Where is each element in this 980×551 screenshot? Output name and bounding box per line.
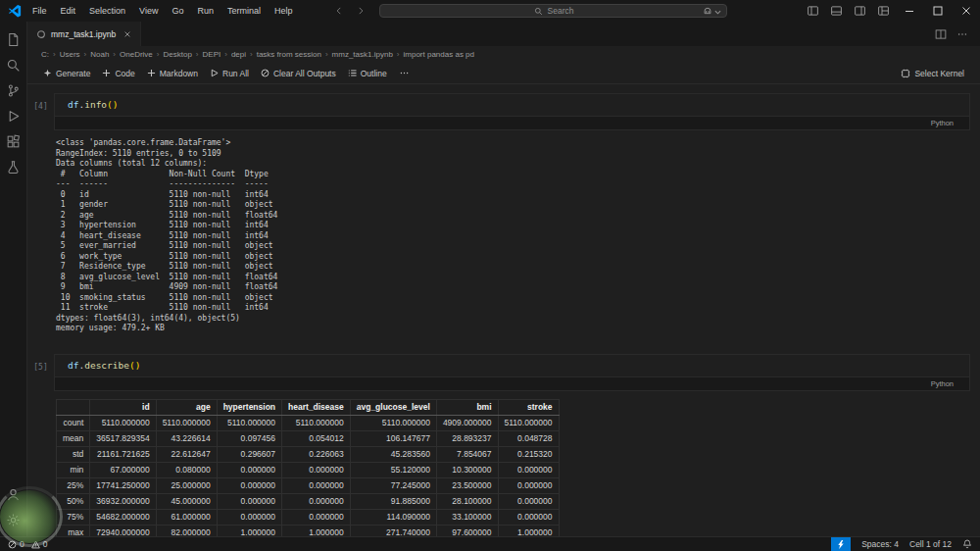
code-brackets: () [129, 360, 140, 371]
row-label: mean [57, 430, 90, 446]
tab-bar: mmz_task1.ipynb [27, 22, 980, 46]
toggle-secondary-sidebar-icon[interactable] [848, 0, 871, 22]
cell-language-picker[interactable]: Python [931, 119, 954, 127]
menu-help[interactable]: Help [268, 0, 300, 22]
menu-terminal[interactable]: Terminal [220, 0, 268, 22]
problems-indicator[interactable]: 0 0 [8, 539, 47, 549]
column-header-index [57, 399, 90, 415]
tab-mmz-task1[interactable]: mmz_task1.ipynb [27, 22, 141, 46]
menu-go[interactable]: Go [165, 0, 190, 22]
vscode-window: FileEditSelectionViewGoRunTerminalHelp S… [0, 0, 980, 551]
table-cell: 55.120000 [350, 462, 436, 477]
breadcrumb-item[interactable]: OneDrive [120, 50, 153, 59]
testing-icon[interactable] [0, 154, 27, 179]
breadcrumb-separator: › [224, 50, 227, 59]
notebook-editor: [4] df.info() Python <class 'pandas.core… [27, 84, 980, 536]
command-center-search[interactable]: Search [379, 4, 727, 18]
cell-language-picker[interactable]: Python [931, 379, 954, 388]
breadcrumb-item[interactable]: C: [41, 50, 49, 59]
back-arrow-icon[interactable] [334, 6, 344, 16]
chevron-down-icon[interactable] [714, 9, 721, 16]
breadcrumb-item[interactable]: DEPI [203, 50, 221, 59]
breadcrumb-item[interactable]: Users [60, 50, 80, 59]
clear-all-outputs-button[interactable]: Clear All Outputs [255, 63, 342, 83]
menu-edit[interactable]: Edit [54, 0, 83, 22]
table-cell: 61.000000 [156, 509, 217, 525]
breadcrumb-item[interactable]: depi [231, 50, 246, 59]
breadcrumb-item[interactable]: Desktop [164, 50, 192, 59]
column-header-stroke: stroke [498, 399, 559, 415]
search-icon [534, 7, 543, 16]
source-control-icon[interactable] [0, 77, 27, 103]
settings-gear-icon[interactable] [0, 507, 27, 532]
menu-run[interactable]: Run [190, 0, 220, 22]
table-cell: 5110.000000 [350, 415, 436, 430]
table-row: 50%36932.00000045.0000000.0000000.000000… [57, 493, 560, 509]
customize-layout-icon[interactable] [871, 0, 895, 22]
code-variable: df [68, 360, 78, 371]
generate-button[interactable]: Generate [37, 63, 96, 83]
menu-view[interactable]: View [132, 0, 165, 22]
row-label: 75% [57, 509, 90, 525]
explorer-icon[interactable] [0, 26, 27, 52]
editor-more-actions-icon[interactable] [956, 28, 968, 40]
menu-file[interactable]: File [25, 0, 54, 22]
cell-code-editor[interactable]: df.describe() [54, 354, 970, 377]
column-header-heart_disease: heart_disease [282, 399, 351, 415]
table-cell: 4909.000000 [436, 415, 498, 430]
split-editor-icon[interactable] [935, 28, 947, 40]
kernel-status-badge[interactable] [831, 537, 851, 551]
table-cell: 0.000000 [217, 493, 281, 509]
search-placeholder: Search [548, 6, 574, 16]
cell-code-editor[interactable]: df.info() [54, 93, 970, 117]
column-header-age: age [156, 399, 217, 415]
minimize-button[interactable] [895, 0, 923, 22]
table-row: count5110.0000005110.0000005110.00000051… [57, 415, 560, 430]
close-window-button[interactable] [952, 0, 980, 22]
row-label: 25% [57, 477, 90, 493]
cell-position-indicator[interactable]: Cell 1 of 12 [909, 539, 952, 549]
cell-gutter: [4] [27, 93, 54, 334]
breadcrumb-separator: › [196, 50, 199, 59]
breadcrumb-item[interactable]: Noah [90, 50, 109, 59]
add-code-cell-button[interactable]: Code [96, 63, 140, 83]
tab-close-icon[interactable] [123, 30, 131, 38]
execution-count: [5] [33, 363, 47, 372]
table-cell: 45.283560 [350, 446, 436, 462]
toggle-panel-icon[interactable] [824, 0, 848, 22]
table-cell: 114.090000 [350, 509, 436, 525]
notifications-bell-icon[interactable] [962, 539, 972, 549]
select-kernel-button[interactable]: Select Kernel [895, 69, 970, 78]
outline-button[interactable]: Outline [342, 63, 393, 83]
tab-label: mmz_task1.ipynb [51, 29, 116, 39]
table-cell: 97.600000 [436, 525, 498, 536]
search-sidebar-icon[interactable] [0, 52, 27, 77]
extensions-icon[interactable] [0, 128, 27, 154]
add-markdown-cell-button[interactable]: Markdown [141, 63, 204, 83]
breadcrumb-item[interactable]: tasks from session [257, 50, 321, 59]
activity-bar [0, 22, 27, 536]
table-cell: 0.226063 [282, 446, 351, 462]
execution-count: [4] [33, 102, 47, 111]
breadcrumb-item[interactable]: import pandas as pd [404, 50, 475, 59]
indent-indicator[interactable]: Spaces: 4 [861, 539, 899, 549]
table-cell: 0.000000 [282, 462, 351, 477]
run-and-debug-icon[interactable] [0, 103, 27, 128]
accounts-icon[interactable] [0, 481, 27, 507]
run-all-button[interactable]: Run All [204, 63, 255, 83]
table-cell: 0.000000 [217, 462, 281, 477]
table-cell: 21161.721625 [90, 446, 156, 462]
table-cell: 28.893237 [436, 430, 498, 446]
maximize-button[interactable] [923, 0, 952, 22]
menu-selection[interactable]: Selection [82, 0, 132, 22]
table-cell: 1.000000 [282, 525, 351, 536]
warning-icon [31, 540, 40, 549]
toggle-sidebar-icon[interactable] [801, 0, 824, 22]
breadcrumb-item[interactable]: mmz_task1.ipynb [332, 50, 393, 59]
table-cell: 0.296607 [217, 446, 281, 462]
forward-arrow-icon[interactable] [356, 6, 366, 16]
table-cell: 36932.000000 [90, 493, 156, 509]
copilot-icon[interactable] [703, 6, 712, 18]
toolbar-more-icon[interactable] [393, 63, 416, 83]
table-cell: 0.080000 [156, 462, 217, 477]
